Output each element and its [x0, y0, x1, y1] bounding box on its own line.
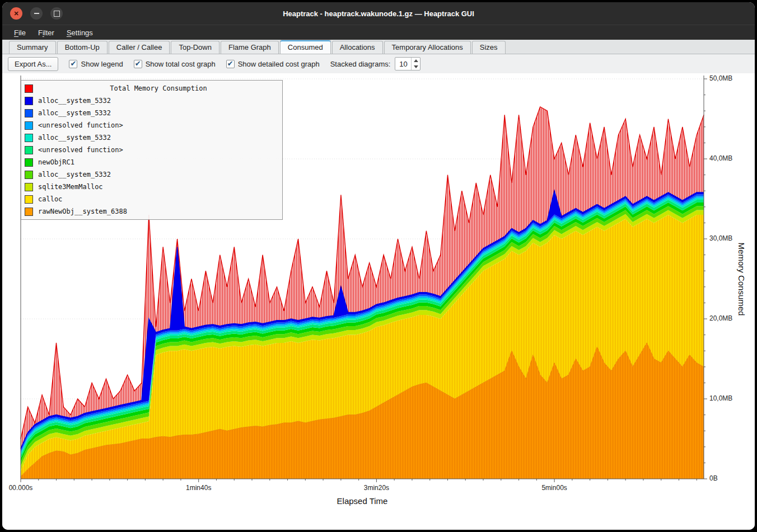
tab-consumed[interactable]: Consumed	[280, 40, 331, 54]
legend-label: <unresolved function>	[38, 121, 123, 129]
legend-swatch-icon	[25, 195, 33, 204]
window-title: Heaptrack - heaptrack.wakunode.1.gz — He…	[2, 10, 755, 18]
legend-label: newObjRC1	[38, 158, 74, 166]
y-tick-label: 10,0MB	[709, 394, 732, 402]
show-detailed-cost-label: Show detailed cost graph	[238, 60, 320, 68]
minimize-button[interactable]	[30, 7, 43, 20]
legend-swatch-icon	[25, 84, 33, 93]
legend-swatch-icon	[25, 208, 33, 216]
y-tick-label: 30,0MB	[709, 234, 732, 242]
tab-bottom-up[interactable]: Bottom-Up	[57, 41, 108, 54]
x-tick-label: 3min20s	[364, 484, 389, 492]
maximize-button[interactable]	[50, 7, 63, 20]
legend-swatch-icon	[25, 146, 33, 154]
menu-file[interactable]: File	[9, 27, 31, 39]
tab-temporary-allocations[interactable]: Temporary Allocations	[384, 41, 471, 54]
legend-item: alloc__system_5332	[21, 168, 282, 181]
spin-down-arrow-icon[interactable]	[412, 64, 420, 70]
y-tick-label: 50,0MB	[709, 74, 732, 82]
x-tick-label: 5min00s	[541, 484, 567, 492]
x-tick-label: 00.000s	[9, 484, 33, 492]
show-total-cost-checkbox[interactable]	[134, 60, 142, 68]
tab-caller-callee[interactable]: Caller / Callee	[109, 41, 170, 54]
legend-swatch-icon	[25, 183, 33, 191]
legend-item: rawNewObj__system_6388	[21, 205, 282, 218]
legend-swatch-icon	[25, 109, 33, 117]
tab-flame-graph[interactable]: Flame Graph	[221, 41, 279, 54]
export-as-button[interactable]: Export As...	[8, 57, 58, 71]
legend-swatch-icon	[25, 171, 33, 179]
x-tick-label: 1min40s	[186, 484, 211, 492]
legend-title-row: Total Memory Consumption	[21, 82, 282, 95]
legend-label: alloc__system_5332	[38, 97, 111, 105]
window-controls: ✕	[10, 7, 63, 20]
tabbar: Summary Bottom-Up Caller / Callee Top-Do…	[2, 40, 755, 54]
legend-label: alloc__system_5332	[38, 134, 111, 142]
legend-item: alloc__system_5332	[21, 131, 282, 144]
legend-item: newObjRC1	[21, 156, 282, 168]
stacked-diagrams-label: Stacked diagrams:	[330, 60, 391, 68]
show-total-cost-label: Show total cost graph	[146, 60, 216, 68]
legend-label: <unresolved function>	[38, 146, 123, 154]
chart-area: Total Memory Consumptionalloc__system_53…	[2, 73, 755, 530]
spin-buttons	[411, 58, 420, 70]
legend-label: rawNewObj__system_6388	[38, 208, 127, 215]
x-axis-title: Elapsed Time	[337, 496, 388, 506]
legend-label: Total Memory Consumption	[38, 84, 279, 92]
legend-label: calloc	[38, 195, 62, 203]
legend-label: sqlite3MemMalloc	[38, 183, 103, 191]
legend-item: calloc	[21, 193, 282, 205]
legend-swatch-icon	[25, 121, 33, 130]
legend-item: alloc__system_5332	[21, 95, 282, 107]
tab-summary[interactable]: Summary	[9, 41, 56, 54]
show-legend-label: Show legend	[81, 60, 123, 68]
legend-swatch-icon	[25, 97, 33, 105]
tab-sizes[interactable]: Sizes	[472, 41, 506, 54]
show-legend-checkbox[interactable]	[69, 60, 77, 68]
y-tick-label: 0B	[709, 474, 718, 482]
y-tick-label: 40,0MB	[709, 154, 732, 162]
stacked-diagrams-group: Stacked diagrams: 10	[330, 57, 421, 70]
legend-swatch-icon	[25, 158, 33, 167]
app-window: ✕ Heaptrack - heaptrack.wakunode.1.gz — …	[2, 2, 755, 530]
spin-up-arrow-icon[interactable]	[412, 58, 420, 64]
menu-settings[interactable]: Settings	[62, 27, 98, 39]
legend-item: sqlite3MemMalloc	[21, 181, 282, 193]
titlebar[interactable]: ✕ Heaptrack - heaptrack.wakunode.1.gz — …	[2, 2, 755, 25]
tab-top-down[interactable]: Top-Down	[171, 41, 219, 54]
show-total-cost-option[interactable]: Show total cost graph	[134, 60, 216, 68]
legend-swatch-icon	[25, 134, 33, 142]
toolbar: Export As... Show legend Show total cost…	[2, 54, 755, 73]
close-button[interactable]: ✕	[10, 7, 22, 20]
show-detailed-cost-checkbox[interactable]	[226, 60, 235, 68]
legend-label: alloc__system_5332	[38, 109, 111, 117]
legend-item: <unresolved function>	[21, 144, 282, 156]
legend-label: alloc__system_5332	[38, 171, 111, 178]
stacked-diagrams-value: 10	[395, 58, 411, 70]
menubar: FileFilterSettings	[2, 25, 755, 40]
legend-item: <unresolved function>	[21, 119, 282, 131]
y-axis-title: Memory Consumed	[737, 243, 746, 316]
tab-allocations[interactable]: Allocations	[332, 41, 383, 54]
chart-legend: Total Memory Consumptionalloc__system_53…	[21, 80, 283, 220]
menu-filter[interactable]: Filter	[33, 27, 59, 39]
show-legend-option[interactable]: Show legend	[69, 60, 123, 68]
legend-item: alloc__system_5332	[21, 107, 282, 119]
show-detailed-cost-option[interactable]: Show detailed cost graph	[226, 60, 320, 68]
y-tick-label: 20,0MB	[709, 314, 732, 322]
stacked-diagrams-spinbox[interactable]: 10	[395, 57, 420, 70]
